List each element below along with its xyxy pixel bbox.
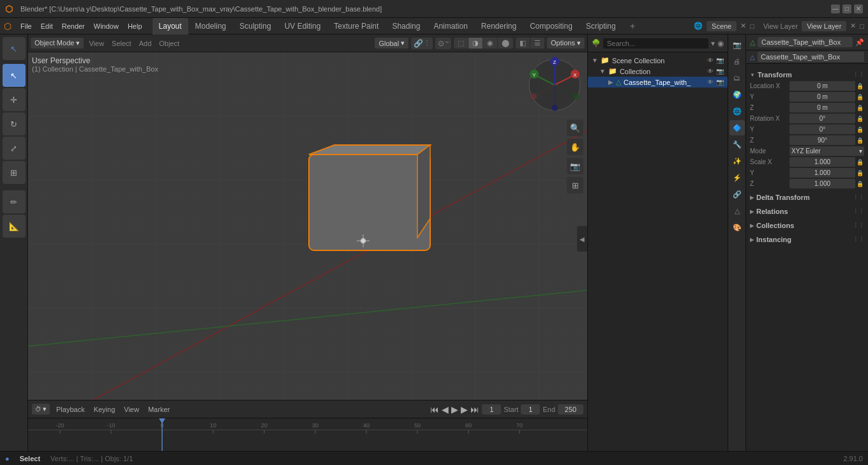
- prev-frame-button[interactable]: ◀: [442, 404, 449, 415]
- tab-modeling[interactable]: Modeling: [189, 18, 233, 34]
- collections-section-header[interactable]: ▶ Collections ⋮⋮: [749, 220, 865, 231]
- mode-selector-button[interactable]: ↖: [3, 37, 26, 60]
- visibility-toggle[interactable]: 👁: [707, 57, 714, 64]
- menu-file[interactable]: File: [17, 21, 36, 31]
- tab-shading[interactable]: Shading: [385, 18, 426, 34]
- menu-render[interactable]: Render: [58, 21, 89, 31]
- scale-z-lock[interactable]: 🔒: [857, 181, 864, 187]
- tab-layout[interactable]: Layout: [153, 18, 188, 34]
- proportional-toggle[interactable]: ⊙: [438, 39, 444, 48]
- render-props-icon[interactable]: 📷: [730, 37, 745, 52]
- location-y-field[interactable]: 0 m: [789, 92, 855, 102]
- navigation-gizmo[interactable]: X Y Z: [526, 56, 583, 114]
- minimize-button[interactable]: —: [831, 4, 840, 13]
- add-menu[interactable]: Add: [137, 38, 154, 49]
- marker-menu[interactable]: Marker: [146, 404, 172, 415]
- next-frame-button[interactable]: ▶: [461, 404, 468, 415]
- zoom-in-button[interactable]: 🔍: [567, 119, 583, 136]
- object-props-icon[interactable]: 🔷: [730, 120, 745, 135]
- render-toggle-2[interactable]: 📷: [716, 68, 724, 75]
- timeline-mode-selector[interactable]: ⏱ ▾: [32, 404, 50, 415]
- tab-compositing[interactable]: Compositing: [523, 18, 579, 34]
- overlay-toggle[interactable]: ☰: [530, 38, 544, 49]
- scene-name[interactable]: Scene: [707, 21, 737, 31]
- constraints-props-icon[interactable]: 🔗: [730, 187, 745, 202]
- grid-button[interactable]: ⊞: [567, 177, 583, 194]
- measure-tool-button[interactable]: 📐: [3, 215, 26, 238]
- rotation-z-field[interactable]: 90°: [789, 135, 855, 145]
- viewport-canvas[interactable]: User Perspective (1) Collection | Casset…: [28, 52, 587, 400]
- scale-z-field[interactable]: 1.000: [789, 179, 855, 188]
- transform-orientation[interactable]: Global ▾: [375, 38, 408, 49]
- transform-section-header[interactable]: ▼ Transform ⋮⋮: [749, 69, 865, 80]
- start-frame-field[interactable]: 1: [521, 404, 540, 415]
- menu-window[interactable]: Window: [90, 21, 123, 31]
- snap-toggle[interactable]: 🔗: [414, 39, 423, 48]
- camera-button[interactable]: 📷: [567, 158, 583, 174]
- visibility-toggle-2[interactable]: 👁: [707, 68, 714, 75]
- output-props-icon[interactable]: 🖨: [730, 54, 745, 69]
- props-object-name[interactable]: Cassette_Tape_with_Box: [758, 37, 853, 47]
- scale-tool-button[interactable]: ⤢: [3, 137, 26, 160]
- tab-uv-editing[interactable]: UV Editing: [278, 18, 327, 34]
- options-button[interactable]: Options ▾: [547, 38, 585, 49]
- filter-icon[interactable]: ▾: [711, 39, 715, 48]
- particles-props-icon[interactable]: ✨: [730, 153, 745, 169]
- scale-x-field[interactable]: 1.000: [789, 157, 855, 167]
- timeline-ruler[interactable]: -20 -10 0 10 20 30 40: [28, 418, 587, 451]
- tab-add-button[interactable]: ＋: [623, 18, 642, 34]
- material-preview-mode[interactable]: ◉: [483, 38, 498, 49]
- relations-options-icon[interactable]: ⋮⋮: [853, 208, 864, 215]
- delta-options-icon[interactable]: ⋮⋮: [853, 194, 864, 201]
- rotation-x-lock[interactable]: 🔒: [857, 116, 864, 122]
- view-menu-tl[interactable]: View: [121, 404, 142, 415]
- wireframe-mode[interactable]: ⬚: [454, 38, 468, 49]
- menu-edit[interactable]: Edit: [37, 21, 57, 31]
- delta-section-header[interactable]: ▶ Delta Transform ⋮⋮: [749, 192, 865, 203]
- object-mode-selector[interactable]: Object Mode ▾: [31, 38, 84, 49]
- scale-y-lock[interactable]: 🔒: [857, 170, 864, 176]
- props-data-name[interactable]: Cassette_Tape_with_Box: [758, 52, 864, 62]
- tab-animation[interactable]: Animation: [427, 18, 474, 34]
- transform-options-icon[interactable]: ⋮⋮: [853, 72, 864, 78]
- view-menu[interactable]: View: [86, 38, 107, 49]
- window-controls[interactable]: — □ ✕: [831, 4, 863, 13]
- outliner-search-input[interactable]: [603, 38, 708, 49]
- instancing-options-icon[interactable]: ⋮⋮: [853, 236, 864, 243]
- rotation-z-lock[interactable]: 🔒: [857, 137, 864, 144]
- move-tool-button[interactable]: ✛: [3, 88, 26, 111]
- jump-to-end-button[interactable]: ⏭: [470, 404, 479, 415]
- right-panel-collapse[interactable]: ◀: [577, 226, 587, 252]
- scene-props-icon[interactable]: 🌍: [730, 87, 745, 102]
- rotate-tool-button[interactable]: ↻: [3, 112, 26, 135]
- transform-tool-button[interactable]: ⊞: [3, 161, 26, 184]
- location-x-field[interactable]: 0 m: [789, 81, 855, 91]
- maximize-button[interactable]: □: [842, 4, 851, 13]
- xray-toggle[interactable]: ◧: [516, 38, 530, 49]
- rotation-x-field[interactable]: 0°: [789, 114, 855, 123]
- tab-rendering[interactable]: Rendering: [475, 18, 523, 34]
- snap-options[interactable]: ⋮: [424, 39, 430, 48]
- material-props-icon[interactable]: 🎨: [730, 220, 745, 235]
- select-menu[interactable]: Select: [109, 38, 134, 49]
- pin-icon[interactable]: 📌: [855, 38, 864, 47]
- relations-section-header[interactable]: ▶ Relations ⋮⋮: [749, 206, 865, 217]
- rotation-y-lock[interactable]: 🔒: [857, 126, 864, 133]
- solid-mode[interactable]: ◑: [468, 38, 483, 49]
- jump-to-start-button[interactable]: ⏮: [430, 404, 439, 415]
- scale-y-field[interactable]: 1.000: [789, 168, 855, 178]
- tab-sculpting[interactable]: Sculpting: [233, 18, 277, 34]
- close-button[interactable]: ✕: [854, 4, 863, 13]
- cursor-tool-button[interactable]: ↖: [3, 64, 26, 87]
- render-mode[interactable]: ⬤: [498, 38, 513, 49]
- render-toggle[interactable]: 📷: [716, 57, 724, 64]
- world-props-icon[interactable]: 🌐: [730, 103, 745, 119]
- menu-help[interactable]: Help: [124, 21, 146, 31]
- highlight-icon[interactable]: ◉: [717, 39, 724, 48]
- pan-button[interactable]: ✋: [567, 139, 583, 155]
- annotate-tool-button[interactable]: ✏: [3, 190, 26, 213]
- render-toggle-3[interactable]: 📷: [716, 79, 724, 86]
- object-menu[interactable]: Object: [156, 38, 182, 49]
- playback-menu[interactable]: Playback: [54, 404, 87, 415]
- keying-menu[interactable]: Keying: [91, 404, 118, 415]
